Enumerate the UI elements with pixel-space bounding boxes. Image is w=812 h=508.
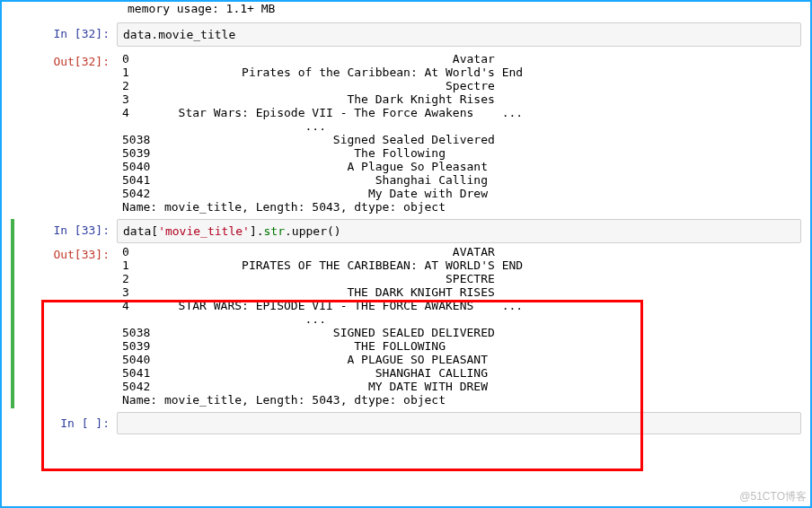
memory-usage-line: memory usage: 1.1+ MB [11,2,801,15]
selection-indicator [11,219,18,408]
output-32: 0 Avatar 1 Pirates of the Caribbean: At … [117,50,801,215]
code-input-33[interactable]: data['movie_title'].str.upper() [117,219,801,243]
watermark: @51CTO博客 [739,489,807,504]
notebook-viewport: memory usage: 1.1+ MB In [32]: data.movi… [0,0,812,508]
in-prompt-empty: In [ ]: [11,412,117,434]
code-input-empty[interactable] [117,412,801,434]
cell-33: In [33]: data['movie_title'].str.upper()… [11,219,801,408]
cell-empty: In [ ]: [11,412,801,434]
output-33: 0 AVATAR 1 PIRATES OF THE CARIBBEAN: AT … [117,243,801,408]
in-prompt-33: In [33]: [18,219,117,243]
out-prompt-32: Out[32]: [11,50,117,215]
cell-32: In [32]: data.movie_title Out[32]: 0 Ava… [11,22,801,215]
in-prompt-32: In [32]: [11,22,117,47]
out-prompt-33: Out[33]: [18,243,117,408]
code-input-32[interactable]: data.movie_title [117,22,801,47]
